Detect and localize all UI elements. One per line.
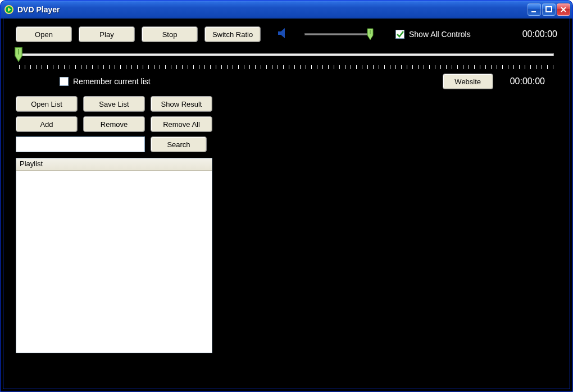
time-secondary: 00:00:00 <box>510 76 545 86</box>
open-button[interactable]: Open <box>16 26 72 42</box>
switch-ratio-button[interactable]: Switch Ratio <box>204 26 261 42</box>
svg-rect-3 <box>546 7 552 12</box>
svg-rect-2 <box>531 11 536 12</box>
volume-slider[interactable] <box>304 29 372 39</box>
speaker-icon <box>278 28 291 41</box>
time-main: 00:00:00 <box>522 29 557 39</box>
window-controls <box>527 3 570 16</box>
search-button[interactable]: Search <box>151 136 207 152</box>
show-result-button[interactable]: Show Result <box>151 96 212 112</box>
app-icon <box>4 4 14 15</box>
volume-thumb[interactable] <box>366 28 374 41</box>
search-row: Search <box>3 135 570 156</box>
remember-list-checkbox[interactable]: Remember current list <box>60 77 151 86</box>
minimize-button[interactable] <box>527 3 541 16</box>
website-button[interactable]: Website <box>443 74 493 89</box>
window: DVD Player Open Play Stop Switch Ratio <box>0 0 573 392</box>
window-title: DVD Player <box>17 5 60 14</box>
playlist-body[interactable] <box>16 171 212 353</box>
content-area: Open Play Stop Switch Ratio Show All Con… <box>3 19 570 389</box>
search-input[interactable] <box>16 136 145 152</box>
maximize-button[interactable] <box>542 3 556 16</box>
titlebar[interactable]: DVD Player <box>1 1 572 19</box>
remove-all-button[interactable]: Remove All <box>151 116 212 132</box>
remember-list-label: Remember current list <box>73 77 151 86</box>
progress-thumb[interactable] <box>13 46 24 63</box>
remove-button[interactable]: Remove <box>83 116 145 132</box>
volume-track <box>304 33 372 35</box>
remember-row: Remember current list Website 00:00:00 <box>3 72 570 94</box>
progress-track[interactable] <box>19 53 554 56</box>
checkbox-box <box>60 77 69 86</box>
ruler <box>19 63 554 70</box>
checkbox-box <box>395 30 404 39</box>
play-button[interactable]: Play <box>79 26 135 42</box>
stop-button[interactable]: Stop <box>142 26 198 42</box>
open-list-button[interactable]: Open List <box>16 96 78 112</box>
svg-marker-4 <box>278 28 285 38</box>
list-buttons-row-2: Add Remove Remove All <box>3 115 570 135</box>
main-toolbar: Open Play Stop Switch Ratio Show All Con… <box>3 19 570 47</box>
close-button[interactable] <box>557 3 570 16</box>
show-all-controls-label: Show All Controls <box>409 30 471 39</box>
progress-area <box>3 47 570 72</box>
add-button[interactable]: Add <box>16 116 78 132</box>
save-list-button[interactable]: Save List <box>83 96 145 112</box>
playlist-header[interactable]: Playlist <box>16 158 212 171</box>
playlist: Playlist <box>16 158 212 353</box>
list-buttons-row-1: Open List Save List Show Result <box>3 94 570 115</box>
show-all-controls-checkbox[interactable]: Show All Controls <box>395 30 471 39</box>
